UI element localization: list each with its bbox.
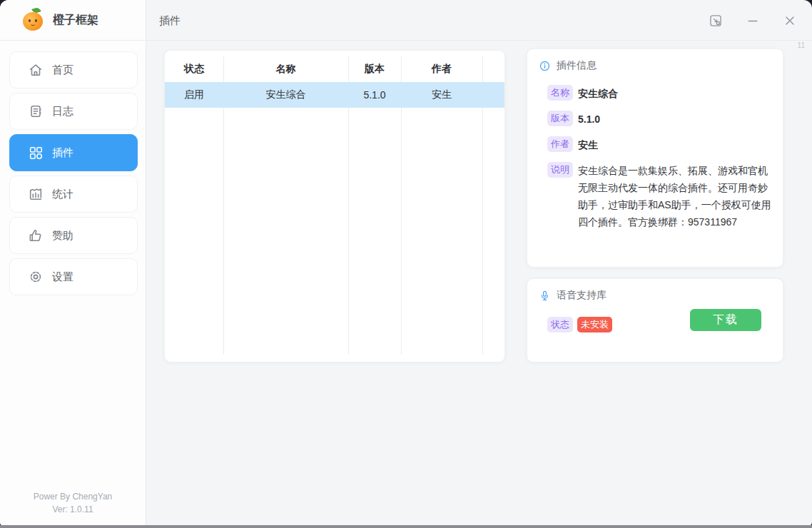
sidebar-item-log[interactable]: 日志 bbox=[9, 93, 138, 130]
field-description: 说明 安生综合是一款集娱乐、拓展、游戏和官机无限主动代发一体的综合插件。还可用奇… bbox=[547, 162, 771, 230]
version-text: Ver: 1.0.11 bbox=[0, 503, 146, 516]
window-controls bbox=[704, 0, 802, 41]
gear-icon bbox=[28, 269, 44, 285]
cell-status: 启用 bbox=[165, 88, 223, 101]
voice-library-title: 语音支持库 bbox=[557, 289, 607, 302]
sidebar-footer: Power By ChengYan Ver: 1.0.11 bbox=[0, 490, 146, 516]
status-badge-label: 状态 bbox=[547, 317, 573, 332]
cell-author: 安生 bbox=[401, 88, 482, 101]
sidebar-item-label: 设置 bbox=[52, 270, 73, 284]
field-value: 安生综合 bbox=[578, 85, 618, 101]
sidebar-item-label: 首页 bbox=[52, 64, 73, 77]
column-header-author: 作者 bbox=[401, 63, 482, 76]
sidebar-item-label: 统计 bbox=[52, 188, 73, 201]
field-value: 安生综合是一款集娱乐、拓展、游戏和官机无限主动代发一体的综合插件。还可用奇妙助手… bbox=[578, 162, 771, 230]
sidebar-item-stats[interactable]: 统计 bbox=[9, 176, 138, 213]
cell-version: 5.1.0 bbox=[348, 89, 401, 101]
orange-logo-icon bbox=[21, 8, 46, 32]
field-badge: 作者 bbox=[547, 136, 573, 152]
sidebar-item-plugins[interactable]: 插件 bbox=[9, 134, 138, 171]
sidebar-nav: 首页 日志 插件 bbox=[9, 51, 138, 295]
minimize-to-tray-button[interactable] bbox=[704, 9, 728, 33]
home-icon bbox=[28, 62, 44, 78]
minimize-to-tray-icon bbox=[709, 14, 723, 28]
field-name: 名称 安生综合 bbox=[547, 85, 771, 101]
app-title: 橙子框架 bbox=[53, 13, 98, 28]
close-icon bbox=[783, 14, 797, 28]
thumbs-up-icon bbox=[28, 228, 44, 243]
app-window: 橙子框架 首页 日志 bbox=[0, 0, 812, 526]
sidebar-item-label: 赞助 bbox=[52, 229, 73, 243]
window-bottom-edge bbox=[0, 525, 812, 528]
column-header-version: 版本 bbox=[348, 63, 401, 76]
sidebar-item-settings[interactable]: 设置 bbox=[9, 258, 138, 295]
stats-icon bbox=[28, 186, 44, 202]
plugins-grid-icon bbox=[28, 145, 44, 161]
voice-library-panel: 语音支持库 状态 未安装 下载 bbox=[527, 278, 783, 362]
table-row[interactable]: 启用 安生综合 5.1.0 安生 bbox=[165, 82, 504, 108]
status-badge-value: 未安装 bbox=[577, 317, 612, 332]
sidebar-item-label: 插件 bbox=[52, 146, 73, 160]
field-version: 版本 5.1.0 bbox=[547, 111, 771, 127]
field-badge: 版本 bbox=[547, 111, 573, 126]
table-header-row: 状态 名称 版本 作者 bbox=[165, 56, 504, 82]
column-header-name: 名称 bbox=[223, 63, 348, 76]
column-header-status: 状态 bbox=[165, 63, 223, 76]
plugin-info-title: 插件信息 bbox=[557, 59, 597, 72]
microphone-icon bbox=[539, 290, 551, 302]
sidebar-item-sponsor[interactable]: 赞助 bbox=[9, 217, 138, 254]
corner-badge: 11 bbox=[798, 41, 805, 49]
info-icon bbox=[539, 60, 551, 72]
field-author: 作者 安生 bbox=[547, 136, 771, 153]
log-icon bbox=[28, 103, 44, 119]
field-value: 安生 bbox=[578, 136, 598, 153]
field-badge: 名称 bbox=[547, 85, 573, 101]
minimize-button[interactable] bbox=[741, 9, 765, 33]
field-value: 5.1.0 bbox=[578, 111, 600, 127]
page-title: 插件 bbox=[159, 14, 181, 28]
app-logo-row: 橙子框架 bbox=[0, 0, 146, 41]
cell-name: 安生综合 bbox=[223, 88, 348, 101]
download-button[interactable]: 下载 bbox=[690, 309, 761, 331]
close-button[interactable] bbox=[778, 9, 802, 33]
sidebar-item-label: 日志 bbox=[52, 105, 73, 118]
field-badge: 说明 bbox=[547, 162, 573, 178]
plugin-info-panel: 插件信息 名称 安生综合 版本 5.1.0 作者 安生 说明 安生综合是一款集娱… bbox=[527, 49, 783, 268]
plugin-table: 状态 名称 版本 作者 启用 安生综合 5.1.0 安生 bbox=[164, 50, 505, 362]
topbar: 插件 bbox=[146, 0, 812, 41]
plugin-info-header: 插件信息 bbox=[539, 59, 771, 72]
sidebar-item-home[interactable]: 首页 bbox=[9, 51, 138, 88]
plugin-info-fields: 名称 安生综合 版本 5.1.0 作者 安生 说明 安生综合是一款集娱乐、拓展、… bbox=[547, 85, 771, 230]
powered-by-text: Power By ChengYan bbox=[0, 490, 146, 503]
minimize-icon bbox=[746, 14, 760, 28]
sidebar: 橙子框架 首页 日志 bbox=[0, 0, 146, 526]
voice-library-header: 语音支持库 bbox=[539, 289, 771, 302]
